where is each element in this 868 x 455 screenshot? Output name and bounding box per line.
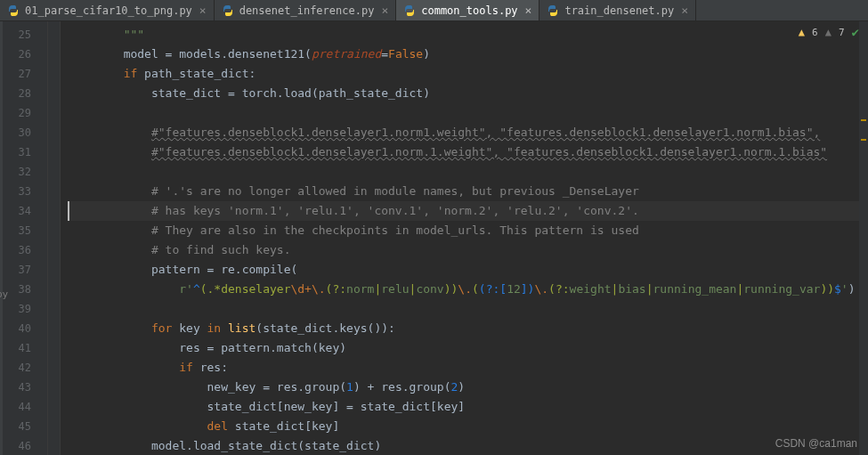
line-number: 35 bbox=[0, 221, 31, 240]
line-number: 33 bbox=[0, 182, 31, 201]
fold-marker bbox=[48, 280, 60, 299]
checkmark-icon: ✔ bbox=[852, 25, 859, 39]
fold-marker bbox=[48, 299, 60, 319]
code-line[interactable]: pattern = re.compile( bbox=[68, 260, 868, 280]
code-line[interactable]: r'^(.*denselayer\d+\.(?:norm|relu|conv))… bbox=[68, 280, 868, 299]
line-number: 37 bbox=[0, 260, 31, 280]
editor-tabs: 01_parse_cifar10_to_png.py×densenet_infe… bbox=[0, 0, 868, 21]
code-line[interactable]: del state_dict[key] bbox=[68, 417, 868, 436]
tab-common_tools-py[interactable]: common_tools.py× bbox=[396, 0, 539, 20]
line-number: 46 bbox=[0, 436, 31, 455]
inspection-status[interactable]: ▲ 6 ▲ 7 ✔ bbox=[799, 25, 859, 39]
error-stripe[interactable] bbox=[859, 21, 868, 455]
editor-pane: 2526272829303132333435363738394041424344… bbox=[0, 21, 868, 455]
code-line[interactable]: # '.'s are no longer allowed in module n… bbox=[68, 182, 868, 201]
code-line[interactable]: model.load_state_dict(state_dict) bbox=[68, 436, 868, 455]
code-line[interactable]: if path_state_dict: bbox=[68, 64, 868, 84]
line-number: 43 bbox=[0, 378, 31, 397]
close-icon[interactable]: × bbox=[681, 4, 688, 17]
weak-warning-count: 7 bbox=[839, 27, 845, 38]
line-number: 36 bbox=[0, 240, 31, 260]
fold-marker bbox=[48, 64, 60, 84]
tab-01_parse_cifar10_to_png-py[interactable]: 01_parse_cifar10_to_png.py× bbox=[0, 0, 215, 20]
fold-marker bbox=[48, 182, 60, 201]
code-area[interactable]: """ model = models.densenet121(pretraine… bbox=[61, 21, 868, 455]
python-file-icon bbox=[403, 4, 416, 17]
left-gutter-strip bbox=[0, 21, 3, 455]
code-line[interactable] bbox=[68, 162, 868, 182]
close-icon[interactable]: × bbox=[199, 4, 207, 17]
fold-marker bbox=[48, 319, 60, 338]
fold-marker bbox=[48, 358, 60, 378]
code-line[interactable]: model = models.densenet121(pretrained=Fa… bbox=[68, 45, 868, 64]
fold-marker bbox=[48, 338, 60, 358]
tab-label: densenet_inference.py bbox=[239, 4, 375, 17]
line-number: 45 bbox=[0, 417, 31, 436]
python-file-icon bbox=[547, 4, 559, 17]
close-icon[interactable]: × bbox=[381, 4, 388, 17]
code-line[interactable]: res = pattern.match(key) bbox=[68, 338, 868, 358]
fold-marker bbox=[48, 436, 60, 455]
close-icon[interactable]: × bbox=[525, 4, 532, 17]
fold-marker bbox=[48, 103, 60, 123]
line-number: 29 bbox=[0, 103, 31, 123]
fold-marker bbox=[48, 25, 60, 45]
line-number: 42 bbox=[0, 358, 31, 378]
tab-densenet_inference-py[interactable]: densenet_inference.py× bbox=[215, 0, 397, 20]
line-number: 39 bbox=[0, 299, 31, 319]
line-number: 28 bbox=[0, 84, 31, 103]
tab-label: train_densenet.py bbox=[564, 4, 674, 17]
code-line[interactable]: new_key = res.group(1) + res.group(2) bbox=[68, 378, 868, 397]
code-line[interactable]: if res: bbox=[68, 358, 868, 378]
watermark-text: CSDN @ca1man bbox=[775, 437, 857, 450]
code-line[interactable] bbox=[68, 103, 868, 123]
fold-marker bbox=[48, 162, 60, 182]
fold-marker bbox=[48, 221, 60, 240]
code-line[interactable]: for key in list(state_dict.keys()): bbox=[68, 319, 868, 338]
line-number: 25 bbox=[0, 25, 31, 45]
tab-label: 01_parse_cifar10_to_png.py bbox=[25, 4, 192, 17]
line-number: 34 bbox=[0, 201, 31, 221]
line-number: 26 bbox=[0, 45, 31, 64]
code-line[interactable]: # has keys 'norm.1', 'relu.1', 'conv.1',… bbox=[68, 201, 868, 221]
fold-marker bbox=[48, 45, 60, 64]
code-line[interactable] bbox=[68, 299, 868, 319]
code-line[interactable]: state_dict = torch.load(path_state_dict) bbox=[68, 84, 868, 103]
code-line[interactable]: state_dict[new_key] = state_dict[key] bbox=[68, 397, 868, 417]
line-number: 44 bbox=[0, 397, 31, 417]
fold-marker bbox=[48, 123, 60, 142]
fold-marker bbox=[48, 378, 60, 397]
line-number: 41 bbox=[0, 338, 31, 358]
line-number: 31 bbox=[0, 142, 31, 162]
python-file-icon bbox=[7, 4, 20, 17]
side-label: py bbox=[0, 288, 8, 300]
warning-icon: ▲ bbox=[799, 26, 805, 38]
tab-label: common_tools.py bbox=[421, 4, 517, 17]
code-line[interactable]: # They are also in the checkpoints in mo… bbox=[68, 221, 868, 240]
fold-marker bbox=[48, 397, 60, 417]
fold-marker bbox=[48, 240, 60, 260]
fold-marker bbox=[48, 84, 60, 103]
fold-marker bbox=[48, 142, 60, 162]
weak-warning-icon: ▲ bbox=[825, 26, 831, 38]
tab-train_densenet-py[interactable]: train_densenet.py× bbox=[539, 0, 696, 20]
code-line[interactable]: #"features.denseblock1.denselayer1.norm1… bbox=[68, 123, 868, 142]
text-caret bbox=[68, 201, 69, 221]
fold-column bbox=[48, 21, 61, 455]
line-number-gutter: 2526272829303132333435363738394041424344… bbox=[0, 21, 48, 455]
warning-count: 6 bbox=[812, 27, 818, 38]
fold-marker bbox=[48, 260, 60, 280]
code-line[interactable]: """ bbox=[68, 25, 868, 45]
line-number: 27 bbox=[0, 64, 31, 84]
line-number: 40 bbox=[0, 319, 31, 338]
fold-marker bbox=[48, 417, 60, 436]
fold-marker bbox=[48, 201, 60, 221]
line-number: 30 bbox=[0, 123, 31, 142]
line-number: 32 bbox=[0, 162, 31, 182]
python-file-icon bbox=[222, 4, 234, 17]
code-line[interactable]: # to find such keys. bbox=[68, 240, 868, 260]
code-line[interactable]: #"features.denseblock1.denselayer1.norm.… bbox=[68, 142, 868, 162]
